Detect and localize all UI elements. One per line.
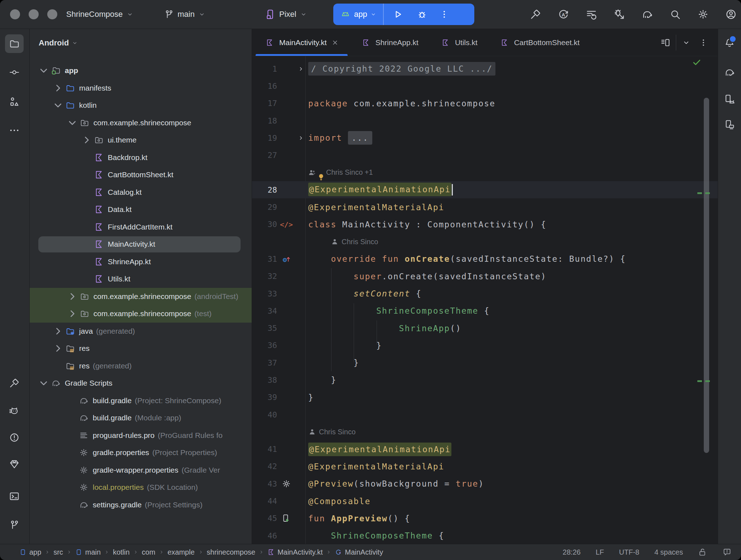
collapse-icon[interactable]: [37, 64, 50, 77]
code-line-27[interactable]: 27: [252, 146, 718, 164]
tab-Utils.kt[interactable]: Utils.kt: [429, 29, 488, 56]
code-line-34[interactable]: 34 ShrineComposeTheme {: [252, 302, 718, 319]
tree-item[interactable]: build.gradle (Module :app): [30, 409, 252, 427]
breadcrumb-item[interactable]: com: [142, 548, 155, 556]
code-line-19[interactable]: 19 import ...: [252, 129, 718, 146]
device-selector[interactable]: Pixel: [265, 0, 307, 29]
project-tool-icon[interactable]: [5, 34, 24, 53]
account-icon[interactable]: [725, 9, 737, 20]
run-configuration[interactable]: app: [354, 10, 367, 19]
logcat-tool-icon[interactable]: [5, 402, 24, 421]
code-area[interactable]: 1 / Copyright 2022 Google LLC .../ 16 17…: [252, 56, 718, 544]
code-line-32[interactable]: 32 super.onCreate(savedInstanceState): [252, 268, 718, 285]
code-line-37[interactable]: 37 }: [252, 354, 718, 371]
breadcrumb-item[interactable]: app: [19, 548, 41, 556]
expand-icon[interactable]: [51, 81, 65, 95]
code-line-44[interactable]: 44 @Composable: [252, 492, 718, 510]
breadcrumb-item[interactable]: src: [53, 548, 63, 556]
app-quality-insights-icon[interactable]: [5, 455, 24, 473]
expand-icon[interactable]: [66, 307, 79, 320]
tree-item[interactable]: Backdrop.kt: [30, 149, 252, 166]
tab-list-chevron-icon[interactable]: [682, 38, 691, 47]
tree-item[interactable]: app: [30, 62, 252, 79]
fold-icon[interactable]: [297, 135, 304, 141]
line-separator[interactable]: LF: [596, 548, 604, 556]
gradle-tool-icon[interactable]: [720, 63, 739, 82]
code-line-1[interactable]: 1 / Copyright 2022 Google LLC .../: [252, 60, 718, 77]
code-line-39[interactable]: 39 }: [252, 389, 718, 406]
breadcrumb-item[interactable]: main: [75, 548, 101, 556]
code-line-16[interactable]: 16: [252, 77, 718, 95]
chevron-down-icon[interactable]: [370, 11, 377, 18]
readonly-lock-icon[interactable]: [698, 547, 707, 557]
more-tool-windows-icon[interactable]: [5, 121, 24, 140]
tree-item[interactable]: com.example.shrinecompose (androidTest): [30, 288, 252, 305]
tree-item[interactable]: ui.theme: [30, 131, 252, 149]
tab-MainActivity.kt[interactable]: MainActivity.kt: [253, 29, 350, 56]
branch-selector[interactable]: main: [164, 0, 205, 29]
problems-tool-icon[interactable]: [5, 428, 24, 447]
collapse-icon[interactable]: [51, 98, 65, 112]
tree-item[interactable]: FirstAddCartItem.kt: [30, 218, 252, 236]
breadcrumb-item[interactable]: kotlin: [113, 548, 130, 556]
apply-changes-icon[interactable]: A: [558, 9, 569, 20]
code-line-43[interactable]: 43 @Preview(showBackground = true): [252, 475, 718, 492]
run-button[interactable]: [392, 9, 403, 20]
project-selector[interactable]: ShrineCompose: [66, 0, 134, 29]
breadcrumb-item[interactable]: shrinecompose: [207, 548, 256, 556]
intention-bulb-icon[interactable]: [317, 173, 325, 182]
tree-item[interactable]: gradle.properties (Project Properties): [30, 444, 252, 462]
tree-item[interactable]: com.example.shrinecompose: [30, 114, 252, 132]
preview-gear-icon[interactable]: [282, 479, 291, 488]
breadcrumb-item[interactable]: example: [168, 548, 195, 556]
code-line-35[interactable]: 35 ShrineApp(): [252, 319, 718, 337]
expand-icon[interactable]: [51, 342, 65, 355]
settings-icon[interactable]: [697, 9, 709, 20]
code-author-hint[interactable]: Chris Sinco +1: [252, 164, 718, 181]
tree-item[interactable]: local.properties (SDK Location): [30, 479, 252, 496]
code-line-28[interactable]: 28 @ExperimentalAnimationApi: [252, 181, 718, 198]
more-run-options-icon[interactable]: [440, 10, 449, 19]
code-line-42[interactable]: 42 @ExperimentalMaterialApi: [252, 458, 718, 475]
search-icon[interactable]: [669, 9, 681, 20]
expand-icon[interactable]: [66, 290, 79, 303]
editor-scrollbar[interactable]: [704, 98, 709, 453]
commit-tool-icon[interactable]: [5, 63, 24, 82]
code-author-hint[interactable]: Chris Sinco: [252, 423, 718, 440]
run-preview-icon[interactable]: [282, 514, 291, 523]
running-devices-icon[interactable]: [720, 115, 739, 134]
tree-item[interactable]: settings.gradle (Project Settings): [30, 496, 252, 514]
tree-item[interactable]: Catalog.kt: [30, 184, 252, 201]
expand-icon[interactable]: [51, 324, 65, 338]
code-line-40[interactable]: 40: [252, 406, 718, 423]
attach-debugger-icon[interactable]: [614, 9, 625, 20]
problems-bubble-icon[interactable]: [722, 547, 732, 557]
code-line-41[interactable]: 41 @ExperimentalAnimationApi: [252, 441, 718, 458]
indent-style[interactable]: 4 spaces: [654, 548, 683, 556]
collapse-icon[interactable]: [37, 376, 50, 390]
tree-item[interactable]: Utils.kt: [30, 270, 252, 288]
breadcrumb-item[interactable]: MainActivity.kt: [267, 548, 323, 556]
tree-item[interactable]: kotlin: [30, 97, 252, 114]
profiler-icon[interactable]: [586, 9, 597, 20]
override-method-icon[interactable]: [282, 254, 291, 264]
tree-item[interactable]: res (generated): [30, 357, 252, 375]
tree-item[interactable]: manifests: [30, 79, 252, 97]
tree-item[interactable]: Data.kt: [30, 201, 252, 218]
tree-item[interactable]: CartBottomSheet.kt: [30, 166, 252, 184]
split-editor-icon[interactable]: [660, 38, 670, 48]
structure-tool-icon[interactable]: [5, 92, 24, 111]
close-tab-icon[interactable]: [331, 39, 339, 47]
code-line-29[interactable]: 29 @ExperimentalMaterialApi: [252, 198, 718, 216]
inspections-ok-icon[interactable]: [692, 58, 701, 67]
code-line-36[interactable]: 36 }: [252, 337, 718, 354]
caret-position[interactable]: 28:26: [563, 548, 581, 556]
code-line-45[interactable]: 45 fun AppPreview() {: [252, 510, 718, 527]
expand-icon[interactable]: [80, 133, 93, 147]
code-line-38[interactable]: 38 }: [252, 371, 718, 388]
code-line-33[interactable]: 33 setContent {: [252, 285, 718, 302]
breadcrumb-item[interactable]: MainActivity: [335, 548, 383, 556]
build-tool-icon[interactable]: [5, 374, 24, 392]
code-line-46[interactable]: 46 ShrineComposeTheme {: [252, 527, 718, 544]
window-controls[interactable]: [10, 9, 57, 19]
